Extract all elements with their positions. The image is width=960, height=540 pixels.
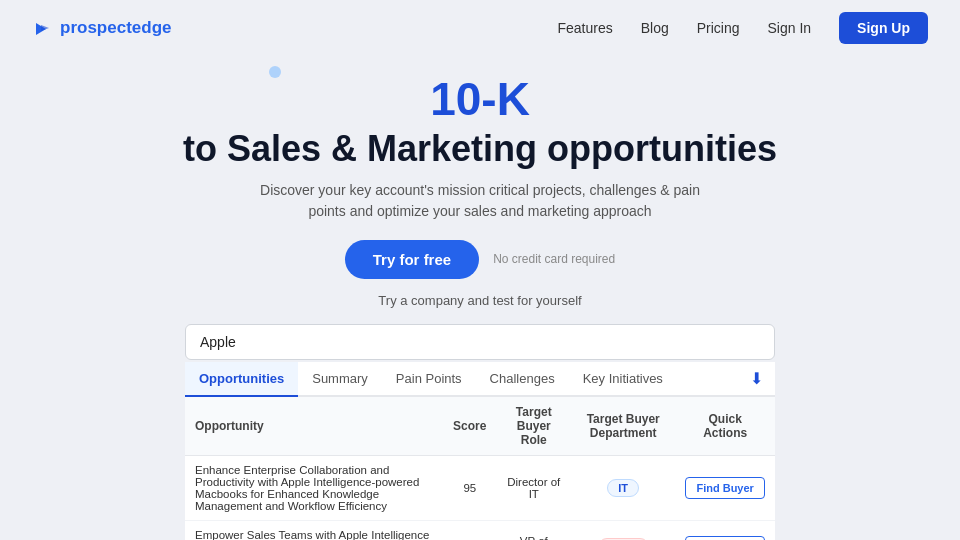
hero-cta-row: Try for free No credit card required: [20, 240, 940, 279]
svg-marker-1: [41, 25, 49, 31]
col-header-opportunity: Opportunity: [185, 397, 443, 456]
tabs-bar: Opportunities Summary Pain Points Challe…: [185, 362, 775, 397]
try-for-free-button[interactable]: Try for free: [345, 240, 479, 279]
tab-key-initiatives[interactable]: Key Initiatives: [569, 362, 677, 397]
score-cell: 95: [443, 455, 496, 520]
opportunities-table: Opportunity Score Target Buyer Role Targ…: [185, 397, 775, 540]
tab-pain-points[interactable]: Pain Points: [382, 362, 476, 397]
logo[interactable]: prospectedge: [32, 17, 171, 39]
dept-cell: IT: [571, 455, 675, 520]
hero-dot-decoration: [269, 66, 281, 78]
table-row: Enhance Enterprise Collaboration and Pro…: [185, 455, 775, 520]
logo-icon: [32, 17, 54, 39]
buyer-role-cell: Director of IT: [496, 455, 571, 520]
dept-badge: IT: [607, 479, 639, 497]
nav-features[interactable]: Features: [557, 20, 612, 36]
table-row: Empower Sales Teams with Apple Intellige…: [185, 520, 775, 540]
col-header-score: Score: [443, 397, 496, 456]
demo-widget: Opportunities Summary Pain Points Challe…: [185, 324, 775, 540]
buyer-role-cell: VP of Sales: [496, 520, 571, 540]
tab-challenges[interactable]: Challenges: [476, 362, 569, 397]
tab-summary[interactable]: Summary: [298, 362, 382, 397]
opportunity-text: Empower Sales Teams with Apple Intellige…: [185, 520, 443, 540]
col-header-dept: Target Buyer Department: [571, 397, 675, 456]
nav-blog[interactable]: Blog: [641, 20, 669, 36]
find-buyer-button[interactable]: Find Buyer: [685, 536, 764, 540]
try-company-label: Try a company and test for yourself: [20, 293, 940, 308]
col-header-actions: Quick Actions: [675, 397, 775, 456]
score-cell: 90: [443, 520, 496, 540]
nav-signup-button[interactable]: Sign Up: [839, 12, 928, 44]
navbar: prospectedge Features Blog Pricing Sign …: [0, 0, 960, 56]
no-credit-card-label: No credit card required: [493, 252, 615, 266]
action-cell: Find Buyer: [675, 455, 775, 520]
find-buyer-button[interactable]: Find Buyer: [685, 477, 764, 499]
dept-cell: Sales: [571, 520, 675, 540]
nav-signin[interactable]: Sign In: [768, 20, 812, 36]
action-cell: Find Buyer: [675, 520, 775, 540]
download-icon[interactable]: ⬇: [738, 363, 775, 394]
nav-links: Features Blog Pricing Sign In Sign Up: [557, 12, 928, 44]
hero-section: 10-K to Sales & Marketing opportunities …: [0, 56, 960, 316]
logo-text: prospectedge: [60, 18, 171, 38]
nav-pricing[interactable]: Pricing: [697, 20, 740, 36]
hero-headline-big: 10-K: [20, 74, 940, 125]
col-header-buyer-role: Target Buyer Role: [496, 397, 571, 456]
company-search-input[interactable]: [185, 324, 775, 360]
hero-headline-sub: to Sales & Marketing opportunities: [20, 127, 940, 170]
tab-opportunities[interactable]: Opportunities: [185, 362, 298, 397]
opportunity-text: Enhance Enterprise Collaboration and Pro…: [185, 455, 443, 520]
hero-description: Discover your key account's mission crit…: [20, 180, 940, 222]
